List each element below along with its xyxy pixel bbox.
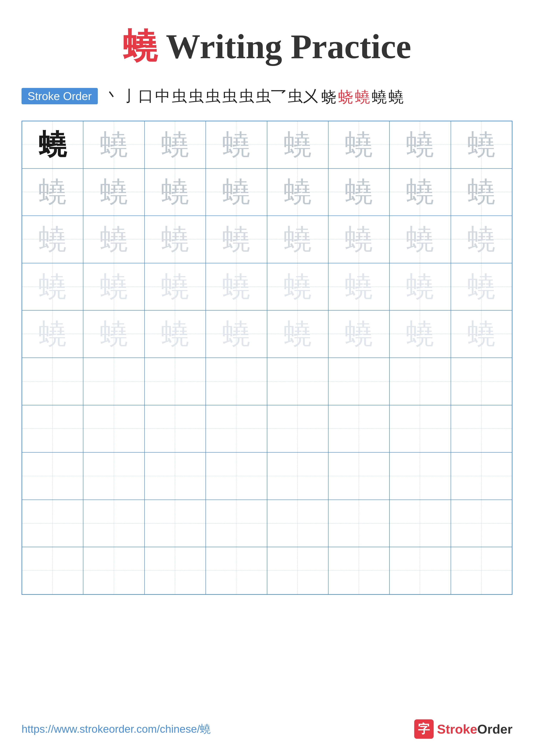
stroke-sequence: 丶 亅 口 中 虫 虫 虫 虫 虫 虫乛 虫㐅: [104, 86, 319, 107]
grid-cell-r4c6[interactable]: 蟯: [328, 263, 390, 310]
grid-cell-r3c1[interactable]: 蟯: [22, 216, 83, 263]
grid-cell-r5c1[interactable]: 蟯: [22, 310, 83, 358]
grid-cell-r9c4[interactable]: [206, 500, 267, 547]
practice-char-lightest: 蟯: [406, 320, 434, 348]
grid-cell-r6c3[interactable]: [144, 358, 206, 405]
practice-char-lightest: 蟯: [222, 320, 250, 348]
grid-cell-r8c3[interactable]: [144, 452, 206, 500]
grid-cell-r4c1[interactable]: 蟯: [22, 263, 83, 310]
practice-char-light: 蟯: [161, 178, 189, 206]
grid-cell-r2c2[interactable]: 蟯: [83, 169, 144, 216]
grid-cell-r7c4[interactable]: [206, 405, 267, 452]
grid-cell-r6c5[interactable]: [267, 358, 328, 405]
grid-cell-r6c8[interactable]: [451, 358, 512, 405]
grid-cell-r8c7[interactable]: [390, 452, 451, 500]
grid-cell-r9c2[interactable]: [83, 500, 144, 547]
grid-cell-r5c2[interactable]: 蟯: [83, 310, 144, 358]
grid-cell-r4c7[interactable]: 蟯: [390, 263, 451, 310]
grid-cell-r10c2[interactable]: [83, 547, 144, 594]
grid-cell-r2c4[interactable]: 蟯: [206, 169, 267, 216]
grid-cell-r8c4[interactable]: [206, 452, 267, 500]
grid-cell-r5c4[interactable]: 蟯: [206, 310, 267, 358]
practice-char-lightest: 蟯: [468, 273, 496, 301]
practice-char-lightest: 蟯: [284, 273, 312, 301]
grid-cell-r5c3[interactable]: 蟯: [144, 310, 206, 358]
grid-cell-r8c1[interactable]: [22, 452, 83, 500]
grid-cell-r8c8[interactable]: [451, 452, 512, 500]
grid-cell-r2c6[interactable]: 蟯: [328, 169, 390, 216]
grid-cell-r5c7[interactable]: 蟯: [390, 310, 451, 358]
grid-cell-r7c2[interactable]: [83, 405, 144, 452]
grid-cell-r3c4[interactable]: 蟯: [206, 216, 267, 263]
grid-cell-r3c7[interactable]: 蟯: [390, 216, 451, 263]
practice-char-lighter: 蟯: [468, 226, 496, 254]
grid-cell-r1c3[interactable]: 蟯: [144, 121, 206, 169]
grid-cell-r10c7[interactable]: [390, 547, 451, 594]
grid-cell-r4c4[interactable]: 蟯: [206, 263, 267, 310]
practice-char-lightest: 蟯: [161, 273, 189, 301]
practice-char-medium: 蟯: [161, 131, 189, 159]
practice-char-medium: 蟯: [100, 131, 128, 159]
grid-cell-r5c8[interactable]: 蟯: [451, 310, 512, 358]
grid-cell-r1c7[interactable]: 蟯: [390, 121, 451, 169]
grid-cell-r2c5[interactable]: 蟯: [267, 169, 328, 216]
grid-cell-r7c7[interactable]: [390, 405, 451, 452]
title-section: 蟯 Writing Practice: [21, 26, 513, 67]
stroke-step-3: 口: [138, 86, 153, 107]
grid-cell-r7c5[interactable]: [267, 405, 328, 452]
grid-cell-r3c6[interactable]: 蟯: [328, 216, 390, 263]
grid-cell-r3c2[interactable]: 蟯: [83, 216, 144, 263]
grid-cell-r9c8[interactable]: [451, 500, 512, 547]
grid-cell-r4c8[interactable]: 蟯: [451, 263, 512, 310]
grid-cell-r7c8[interactable]: [451, 405, 512, 452]
grid-cell-r8c5[interactable]: [267, 452, 328, 500]
grid-cell-r7c3[interactable]: [144, 405, 206, 452]
grid-cell-r6c7[interactable]: [390, 358, 451, 405]
grid-cell-r1c4[interactable]: 蟯: [206, 121, 267, 169]
grid-cell-r4c5[interactable]: 蟯: [267, 263, 328, 310]
stroke-step-10: 虫乛: [256, 86, 286, 107]
grid-cell-r10c8[interactable]: [451, 547, 512, 594]
grid-cell-r8c2[interactable]: [83, 452, 144, 500]
grid-cell-r10c5[interactable]: [267, 547, 328, 594]
grid-cell-r10c1[interactable]: [22, 547, 83, 594]
grid-cell-r2c1[interactable]: 蟯: [22, 169, 83, 216]
grid-cell-r10c6[interactable]: [328, 547, 390, 594]
grid-cell-r10c4[interactable]: [206, 547, 267, 594]
grid-cell-r7c1[interactable]: [22, 405, 83, 452]
stroke-step-4: 中: [155, 86, 170, 107]
footer-url[interactable]: https://www.strokeorder.com/chinese/蟯: [21, 722, 211, 736]
footer: https://www.strokeorder.com/chinese/蟯 字 …: [21, 719, 513, 739]
practice-char-lightest: 蟯: [100, 320, 128, 348]
grid-cell-r5c6[interactable]: 蟯: [328, 310, 390, 358]
grid-cell-r3c8[interactable]: 蟯: [451, 216, 512, 263]
grid-cell-r9c6[interactable]: [328, 500, 390, 547]
grid-cell-r2c7[interactable]: 蟯: [390, 169, 451, 216]
grid-cell-r2c8[interactable]: 蟯: [451, 169, 512, 216]
grid-cell-r5c5[interactable]: 蟯: [267, 310, 328, 358]
grid-cell-r6c2[interactable]: [83, 358, 144, 405]
grid-cell-r1c5[interactable]: 蟯: [267, 121, 328, 169]
grid-cell-r3c3[interactable]: 蟯: [144, 216, 206, 263]
grid-cell-r10c3[interactable]: [144, 547, 206, 594]
grid-cell-r4c2[interactable]: 蟯: [83, 263, 144, 310]
grid-cell-r1c2[interactable]: 蟯: [83, 121, 144, 169]
grid-cell-r3c5[interactable]: 蟯: [267, 216, 328, 263]
grid-cell-r6c1[interactable]: [22, 358, 83, 405]
grid-cell-r9c3[interactable]: [144, 500, 206, 547]
grid-cell-r6c4[interactable]: [206, 358, 267, 405]
grid-cell-r1c8[interactable]: 蟯: [451, 121, 512, 169]
grid-cell-r9c5[interactable]: [267, 500, 328, 547]
practice-char-medium: 蟯: [406, 131, 434, 159]
grid-cell-r1c6[interactable]: 蟯: [328, 121, 390, 169]
grid-cell-r7c6[interactable]: [328, 405, 390, 452]
grid-cell-r9c7[interactable]: [390, 500, 451, 547]
grid-cell-r9c1[interactable]: [22, 500, 83, 547]
practice-char-light: 蟯: [100, 178, 128, 206]
grid-cell-r4c3[interactable]: 蟯: [144, 263, 206, 310]
stroke-step-15: 蟯: [372, 87, 387, 108]
grid-cell-r1c1[interactable]: 蟯: [22, 121, 83, 169]
grid-cell-r2c3[interactable]: 蟯: [144, 169, 206, 216]
grid-cell-r6c6[interactable]: [328, 358, 390, 405]
grid-cell-r8c6[interactable]: [328, 452, 390, 500]
